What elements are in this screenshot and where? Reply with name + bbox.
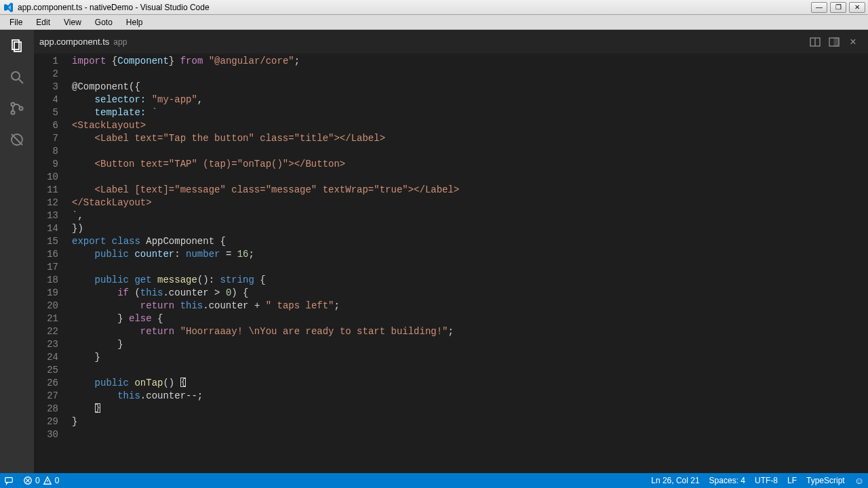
split-editor-icon[interactable] [806, 33, 825, 52]
tab-filename[interactable]: app.component.ts [39, 37, 109, 47]
status-feedback-icon[interactable] [4, 476, 14, 485]
tab-path: app [113, 37, 127, 47]
window-title: app.component.ts - nativeDemo - Visual S… [18, 3, 811, 12]
status-bar: 0 0 Ln 26, Col 21 Spaces: 4 UTF-8 LF Typ… [0, 473, 868, 488]
status-spaces[interactable]: Spaces: 4 [709, 476, 745, 485]
minimize-button[interactable]: — [811, 2, 827, 13]
search-icon[interactable] [7, 68, 26, 87]
menu-edit[interactable]: Edit [29, 16, 57, 28]
svg-rect-1 [14, 42, 21, 52]
feedback-smiley-icon[interactable]: ☺ [854, 475, 864, 486]
status-warnings-count: 0 [55, 476, 60, 485]
svg-line-3 [19, 79, 23, 83]
menu-goto[interactable]: Goto [88, 16, 119, 28]
code-content[interactable]: import {Component} from "@angular/core";… [72, 54, 868, 473]
git-icon[interactable] [7, 99, 26, 118]
maximize-button[interactable]: ❐ [830, 2, 846, 13]
files-icon[interactable] [7, 37, 26, 56]
more-actions-icon[interactable] [825, 33, 844, 52]
close-tab-icon[interactable]: × [844, 33, 863, 52]
svg-point-6 [20, 107, 23, 110]
svg-rect-13 [5, 478, 13, 483]
menu-file[interactable]: File [3, 16, 29, 28]
window-titlebar: app.component.ts - nativeDemo - Visual S… [0, 0, 868, 15]
status-errors[interactable]: 0 0 [23, 476, 59, 485]
activity-bar [0, 30, 34, 473]
svg-point-4 [12, 103, 15, 106]
status-language[interactable]: TypeScript [806, 476, 845, 485]
svg-rect-0 [12, 40, 19, 49]
menu-view[interactable]: View [57, 16, 88, 28]
menubar: File Edit View Goto Help [0, 15, 868, 30]
close-window-button[interactable]: ✕ [849, 2, 865, 13]
menu-help[interactable]: Help [119, 16, 150, 28]
svg-rect-12 [834, 38, 839, 46]
code-editor[interactable]: 1234567891011121314151617181920212223242… [34, 54, 868, 473]
svg-point-2 [12, 72, 20, 80]
debug-icon[interactable] [7, 130, 26, 149]
line-gutter: 1234567891011121314151617181920212223242… [34, 54, 72, 473]
svg-point-5 [12, 111, 15, 115]
editor-tab-bar: app.component.ts app × [34, 30, 868, 54]
status-errors-count: 0 [35, 476, 40, 485]
status-encoding[interactable]: UTF-8 [755, 476, 778, 485]
status-eol[interactable]: LF [787, 476, 797, 485]
vscode-icon [3, 2, 14, 13]
status-line-col[interactable]: Ln 26, Col 21 [651, 476, 699, 485]
